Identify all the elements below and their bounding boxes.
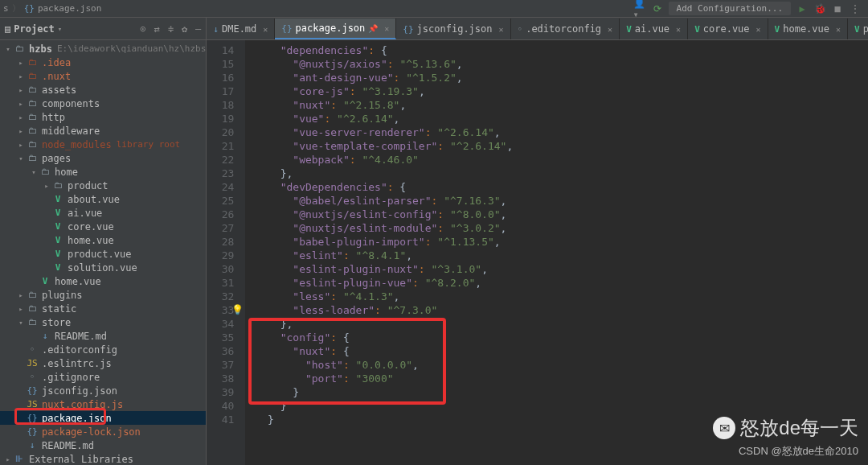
project-header: ▤ Project ▾ ⊙ ⇄ ≑ ✿ —: [0, 18, 206, 40]
project-icon: ▤: [5, 23, 10, 35]
folder-excl-icon: 🗀: [26, 57, 39, 68]
tab-core-vue[interactable]: Vcore.vue✕: [688, 19, 768, 39]
expand-icon[interactable]: ⇄: [154, 23, 159, 35]
tree-root[interactable]: ▾🗀hzbsE:\ideawork\qianduan\hz\hzbs: [0, 42, 206, 56]
run-icon[interactable]: ▶: [796, 2, 809, 15]
js-hl-icon: JS: [26, 399, 39, 409]
folder-icon: 🗀: [26, 290, 39, 300]
add-configuration-button[interactable]: Add Configuration...: [669, 2, 791, 15]
tree-item-ai-vue[interactable]: Vai.vue: [0, 206, 206, 220]
vue-icon: V: [626, 24, 632, 35]
tab--editorconfig[interactable]: ◦.editorconfig✕: [511, 19, 620, 39]
code-editor[interactable]: 14151617181920212223242526272829303132💡3…: [207, 40, 868, 465]
tree-item-README-md[interactable]: ↓README.md: [0, 438, 206, 452]
file-icon: ◦: [26, 372, 39, 382]
json-icon: {}: [403, 24, 413, 35]
folder-lib-icon: 🗀: [26, 139, 39, 150]
tree-item--editorconfig[interactable]: ◦.editorconfig: [0, 343, 206, 356]
tab-product-vue[interactable]: Vproduct.vue✕: [848, 19, 868, 39]
folder-icon: 🗀: [26, 84, 39, 95]
select-opened-icon[interactable]: ⊙: [140, 23, 145, 35]
tree-item-assets[interactable]: ▸🗀assets: [0, 83, 206, 97]
toolbar-top: s〉 {} package.json 👤▾ ⟳ Add Configuratio…: [0, 0, 868, 18]
tree-item-solution-vue[interactable]: Vsolution.vue: [0, 261, 206, 274]
close-icon[interactable]: ✕: [836, 25, 841, 34]
tree-item-nuxt-config-js[interactable]: JSnuxt.config.js: [0, 397, 206, 411]
tab-package-json[interactable]: {}package.json📌✕: [275, 19, 396, 39]
folder-icon: 🗀: [39, 167, 51, 177]
close-icon[interactable]: ✕: [499, 25, 504, 34]
tree-item-package-lock-json[interactable]: {}package-lock.json: [0, 425, 206, 438]
tree-item-middleware[interactable]: ▸🗀middleware: [0, 124, 206, 138]
collapse-icon[interactable]: ≑: [168, 23, 174, 35]
close-icon[interactable]: ✕: [676, 25, 681, 34]
tree-item-node_modules[interactable]: ▸🗀node_moduleslibrary root: [0, 138, 206, 151]
file-icon: ◦: [26, 344, 39, 355]
code-content[interactable]: "dependencies": { "@nuxtjs/axios": "^5.1…: [245, 40, 868, 465]
vue-icon: V: [775, 24, 780, 35]
more-icon[interactable]: ⋮: [849, 2, 862, 15]
folder-icon: 🗀: [26, 98, 39, 109]
intention-bulb-icon[interactable]: 💡: [231, 303, 244, 317]
tab-DME-md[interactable]: ↓DME.md✕: [207, 19, 275, 39]
close-icon[interactable]: ✕: [756, 25, 761, 34]
tree-item-package-json[interactable]: {}package.json: [0, 411, 206, 425]
tree-item-home-vue[interactable]: Vhome.vue: [0, 274, 206, 288]
csdn-watermark: CSDN @怒放de生命2010: [739, 444, 858, 459]
vue-icon: V: [854, 24, 860, 35]
folder-icon: 🗀: [26, 112, 39, 122]
vue-icon: V: [51, 249, 64, 259]
tab-home-vue[interactable]: Vhome.vue✕: [768, 19, 848, 39]
project-tree[interactable]: ▾🗀hzbsE:\ideawork\qianduan\hz\hzbs▸🗀.ide…: [0, 40, 206, 465]
breadcrumb[interactable]: s〉 {} package.json: [3, 2, 101, 14]
sync-icon[interactable]: ⟳: [651, 2, 664, 15]
tree-item-http[interactable]: ▸🗀http: [0, 110, 206, 124]
hide-icon[interactable]: —: [195, 23, 201, 35]
tree-item-home-vue[interactable]: Vhome.vue: [0, 233, 206, 247]
tree-item-README-md[interactable]: ↓README.md: [0, 329, 206, 343]
vue-icon: V: [51, 194, 64, 204]
md-icon: ↓: [213, 24, 219, 35]
tree-item-jsconfig-json[interactable]: {}jsconfig.json: [0, 384, 206, 397]
close-icon[interactable]: ✕: [608, 25, 612, 34]
tree-item-core-vue[interactable]: Vcore.vue: [0, 220, 206, 233]
tree-item-components[interactable]: ▸🗀components: [0, 97, 206, 110]
vue-icon: V: [51, 262, 64, 273]
tree-item--eslintrc-js[interactable]: JS.eslintrc.js: [0, 356, 206, 370]
json-hl-icon: {}: [26, 426, 39, 437]
close-icon[interactable]: ✕: [263, 25, 268, 34]
tree-item-store[interactable]: ▾🗀store: [0, 315, 206, 329]
stop-icon[interactable]: ■: [831, 2, 844, 15]
tree-item--nuxt[interactable]: ▸🗀.nuxt: [0, 69, 206, 83]
folder-icon: 🗀: [26, 303, 39, 314]
md-icon: ↓: [39, 331, 51, 341]
js-icon: JS: [26, 358, 39, 368]
tab-jsconfig-json[interactable]: {}jsconfig.json✕: [396, 19, 510, 39]
debug-icon[interactable]: 🐞: [813, 2, 826, 15]
external-libraries[interactable]: ▸⊪External Libraries: [0, 452, 206, 465]
json-icon: {}: [26, 413, 39, 423]
tree-item-static[interactable]: ▸🗀static: [0, 302, 206, 315]
vue-icon: V: [51, 235, 64, 245]
project-title[interactable]: Project: [14, 23, 55, 35]
tree-item--idea[interactable]: ▸🗀.idea: [0, 56, 206, 69]
wechat-icon: ✉: [713, 417, 735, 439]
vue-icon: V: [51, 221, 64, 232]
close-icon[interactable]: ✕: [384, 24, 389, 33]
folder-icon: 🗀: [26, 126, 39, 136]
settings-icon[interactable]: ✿: [182, 23, 187, 35]
tree-item-about-vue[interactable]: Vabout.vue: [0, 192, 206, 206]
editor-tabs[interactable]: ↓DME.md✕{}package.json📌✕{}jsconfig.json✕…: [207, 18, 868, 40]
vue-icon: V: [694, 24, 700, 35]
json-icon: {}: [26, 385, 39, 396]
tree-item-home[interactable]: ▾🗀home: [0, 165, 206, 179]
tab-ai-vue[interactable]: Vai.vue✕: [620, 19, 688, 39]
tree-item-product-vue[interactable]: Vproduct.vue: [0, 247, 206, 261]
tree-item-plugins[interactable]: ▸🗀plugins: [0, 288, 206, 302]
folder-icon: 🗀: [26, 317, 39, 327]
user-icon[interactable]: 👤▾: [633, 2, 646, 15]
tree-item-product[interactable]: ▸🗀product: [0, 179, 206, 192]
tree-item--gitignore[interactable]: ◦.gitignore: [0, 370, 206, 384]
tree-item-pages[interactable]: ▾🗀pages: [0, 151, 206, 165]
vue-icon: V: [39, 276, 51, 286]
